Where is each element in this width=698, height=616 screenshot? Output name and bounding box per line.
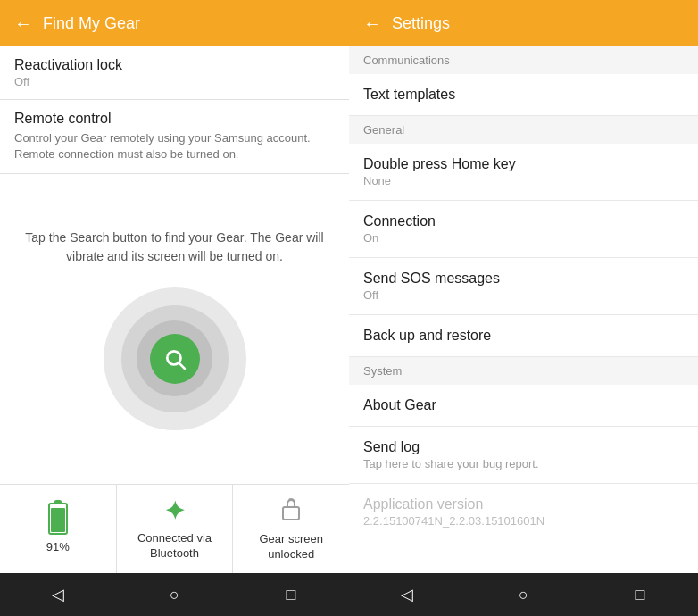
reactivation-lock-item[interactable]: Reactivation lock Off (0, 46, 349, 100)
section-header-communications: Communications (349, 46, 698, 74)
menu-item-about-gear[interactable]: About Gear (349, 385, 698, 427)
left-nav-home[interactable]: ○ (147, 573, 201, 616)
right-header: ← Settings (349, 0, 698, 46)
lock-icon (280, 496, 302, 527)
gear-lock-status: Gear screen unlocked (233, 485, 349, 573)
left-nav-recent[interactable]: □ (264, 573, 318, 616)
menu-item-backup-restore[interactable]: Back up and restore (349, 315, 698, 357)
menu-item-connection[interactable]: Connection On (349, 201, 698, 258)
right-nav-recent[interactable]: □ (613, 573, 667, 616)
left-content: Reactivation lock Off Remote control Con… (0, 46, 349, 573)
right-back-button[interactable]: ← (363, 13, 381, 34)
search-circle-container (104, 287, 246, 430)
left-header: ← Find My Gear (0, 0, 349, 46)
battery-icon (48, 503, 68, 535)
gear-lock-label: Gear screen unlocked (240, 532, 342, 562)
remote-control-item[interactable]: Remote control Control your Gear remotel… (0, 100, 349, 174)
section-header-system: System (349, 357, 698, 385)
left-back-button[interactable]: ← (14, 13, 32, 34)
battery-fill (51, 508, 65, 532)
search-button[interactable] (150, 334, 200, 384)
menu-item-send-log[interactable]: Send log Tap here to share your bug repo… (349, 427, 698, 484)
search-description: Tap the Search button to find your Gear.… (21, 229, 328, 266)
reactivation-lock-status: Off (14, 75, 335, 88)
right-header-title: Settings (392, 14, 450, 33)
right-content: Communications Text templates General Do… (349, 46, 698, 573)
right-nav-home[interactable]: ○ (496, 573, 550, 616)
bluetooth-icon: ✦ (164, 496, 185, 526)
svg-rect-2 (283, 507, 299, 520)
svg-line-1 (179, 363, 184, 369)
search-area: Tap the Search button to find your Gear.… (0, 174, 349, 484)
right-nav-back[interactable]: ◁ (380, 573, 434, 616)
bluetooth-status: ✦ Connected via Bluetooth (117, 485, 234, 573)
remote-control-title: Remote control (14, 111, 335, 127)
remote-control-desc: Control your Gear remotely using your Sa… (14, 130, 335, 162)
battery-percent: 91% (46, 540, 70, 555)
menu-item-double-press-home[interactable]: Double press Home key None (349, 144, 698, 201)
right-nav-bar: ◁ ○ □ (349, 573, 698, 616)
left-nav-bar: ◁ ○ □ (0, 573, 349, 616)
status-bar: 91% ✦ Connected via Bluetooth (0, 484, 349, 573)
search-icon (163, 347, 187, 370)
left-panel: ← Find My Gear Reactivation lock Off Rem… (0, 0, 349, 616)
left-nav-back[interactable]: ◁ (31, 573, 85, 616)
reactivation-lock-title: Reactivation lock (14, 57, 335, 73)
battery-status: 91% (0, 485, 117, 573)
menu-item-send-sos[interactable]: Send SOS messages Off (349, 258, 698, 315)
bluetooth-label: Connected via Bluetooth (124, 531, 226, 562)
right-panel: ← Settings Communications Text templates… (349, 0, 698, 616)
section-header-general: General (349, 116, 698, 144)
app-version-item: Application version 2.2.15100741N_2.2.03… (349, 484, 698, 540)
left-header-title: Find My Gear (43, 14, 140, 33)
menu-item-text-templates[interactable]: Text templates (349, 74, 698, 116)
